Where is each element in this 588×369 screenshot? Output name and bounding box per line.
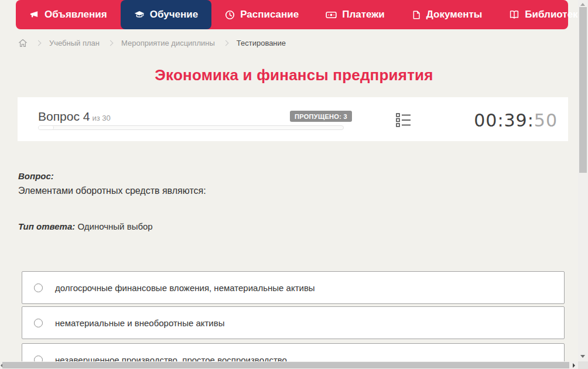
progress-bar bbox=[38, 125, 344, 130]
breadcrumb-separator-icon bbox=[223, 40, 228, 46]
megaphone-icon bbox=[29, 10, 39, 20]
horizontal-scrollbar-thumb[interactable] bbox=[2, 362, 569, 368]
nav-item-payments[interactable]: Платежи bbox=[312, 0, 398, 29]
clock-icon bbox=[225, 10, 235, 20]
question-text: Элементами оборотных средств являются: bbox=[18, 186, 206, 196]
nav-item-label: Библиотека bbox=[525, 9, 583, 20]
timer-seconds: 50 bbox=[534, 110, 558, 131]
banknote-icon bbox=[326, 9, 337, 20]
breadcrumb-curriculum[interactable]: Учебный план bbox=[49, 39, 100, 47]
question-number-text: Вопрос 4 bbox=[38, 110, 90, 123]
breadcrumb-testing: Тестирование bbox=[237, 39, 286, 47]
question-total-text: из 30 bbox=[92, 114, 110, 122]
scroll-right-icon[interactable] bbox=[573, 363, 575, 368]
progress-fill bbox=[39, 126, 54, 129]
skipped-badge: ПРОПУЩЕНО: 3 bbox=[290, 111, 352, 122]
breadcrumb-discipline-event[interactable]: Мероприятие дисциплины bbox=[121, 39, 215, 47]
breadcrumb-separator-icon bbox=[108, 40, 114, 46]
graduation-cap-icon bbox=[134, 9, 145, 20]
answer-type-row: Тип ответа: Одиночный выбор bbox=[18, 221, 153, 231]
breadcrumb: Учебный план Мероприятие дисциплины Тест… bbox=[18, 36, 286, 49]
scroll-up-icon[interactable] bbox=[580, 3, 585, 6]
answer-type-value: Одиночный выбор bbox=[77, 221, 152, 231]
nav-item-label: Документы bbox=[426, 9, 483, 20]
page-title: Экономика и финансы предприятия bbox=[0, 66, 588, 84]
vertical-scrollbar[interactable] bbox=[578, 0, 588, 361]
answer-option[interactable]: нематериальные и внеоборотные активы bbox=[22, 306, 565, 339]
document-icon bbox=[412, 10, 421, 20]
nav-item-label: Объявления bbox=[45, 9, 107, 20]
nav-item-schedule[interactable]: Расписание bbox=[211, 0, 312, 29]
nav-item-label: Платежи bbox=[342, 9, 385, 20]
nav-item-documents[interactable]: Документы bbox=[398, 0, 496, 29]
radio-button[interactable] bbox=[34, 319, 43, 327]
nav-item-announcements[interactable]: Объявления bbox=[16, 0, 121, 29]
nav-item-label: Обучение bbox=[150, 9, 198, 20]
question-header-card: Вопрос 4из 30 ПРОПУЩЕНО: 3 00:39:50 bbox=[18, 97, 568, 141]
question-number: Вопрос 4из 30 bbox=[38, 110, 111, 124]
nav-item-library[interactable]: Библиотека bbox=[495, 0, 588, 29]
scrollbar-corner bbox=[578, 361, 588, 369]
nav-item-label: Расписание bbox=[240, 9, 299, 20]
answer-type-label: Тип ответа: bbox=[18, 221, 75, 231]
nav-item-learning[interactable]: Обучение bbox=[121, 0, 211, 29]
horizontal-scrollbar[interactable] bbox=[0, 361, 578, 369]
radio-button[interactable] bbox=[34, 283, 43, 292]
answer-option[interactable]: долгосрочные финансовые вложения, немате… bbox=[22, 271, 565, 304]
main-navbar: Объявления Обучение Расписание Платежи Д… bbox=[16, 0, 568, 29]
answer-option-label: долгосрочные финансовые вложения, немате… bbox=[55, 283, 315, 293]
timer: 00:39:50 bbox=[474, 110, 558, 131]
scroll-down-icon[interactable] bbox=[580, 355, 585, 358]
question-list-icon[interactable] bbox=[396, 112, 411, 128]
vertical-scrollbar-thumb[interactable] bbox=[579, 7, 587, 173]
book-icon bbox=[509, 9, 519, 20]
home-icon[interactable] bbox=[18, 39, 28, 47]
timer-main: 00:39: bbox=[474, 110, 534, 131]
page: Объявления Обучение Расписание Платежи Д… bbox=[0, 0, 588, 369]
answer-option-label: нематериальные и внеоборотные активы bbox=[55, 318, 225, 328]
breadcrumb-separator-icon bbox=[36, 40, 42, 46]
question-label: Вопрос: bbox=[18, 171, 54, 181]
